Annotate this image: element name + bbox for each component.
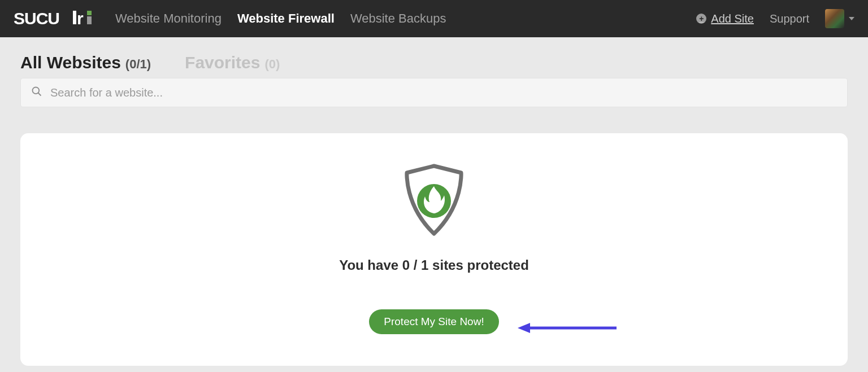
svg-text:SUCU: SUCU — [14, 9, 59, 28]
top-nav: SUCU r Website Monitoring Website Firewa… — [0, 0, 868, 37]
tab-all-label: All Websites — [20, 53, 121, 72]
support-link[interactable]: Support — [770, 12, 809, 25]
svg-rect-3 — [87, 11, 92, 15]
svg-line-6 — [38, 93, 41, 96]
tab-fav-label: Favorites — [185, 53, 260, 72]
tab-favorites[interactable]: Favorites (0) — [185, 53, 280, 72]
svg-rect-4 — [87, 16, 92, 24]
sucuri-logo[interactable]: SUCU r — [14, 7, 98, 30]
search-input[interactable] — [50, 86, 837, 99]
search-bar[interactable] — [20, 78, 848, 107]
svg-point-5 — [33, 87, 40, 94]
add-site-link[interactable]: + Add Site — [696, 12, 754, 25]
annotation-arrow-icon — [518, 320, 619, 339]
svg-text:r: r — [77, 9, 84, 28]
nav-monitoring[interactable]: Website Monitoring — [115, 11, 222, 26]
plus-icon: + — [696, 14, 706, 24]
status-card: You have 0 / 1 sites protected Protect M… — [20, 133, 848, 366]
protect-site-button[interactable]: Protect My Site Now! — [369, 309, 498, 334]
tab-all-count: (0/1) — [125, 57, 151, 72]
svg-rect-1 — [73, 11, 76, 24]
tabs: All Websites (0/1) Favorites (0) — [20, 53, 848, 72]
nav-links: Website Monitoring Website Firewall Webs… — [115, 11, 446, 26]
avatar — [825, 9, 844, 28]
nav-firewall[interactable]: Website Firewall — [237, 11, 335, 26]
shield-flame-icon — [394, 161, 474, 243]
caret-down-icon — [849, 17, 854, 20]
nav-backups[interactable]: Website Backups — [350, 11, 446, 26]
tab-fav-count: (0) — [264, 57, 280, 72]
search-icon — [31, 86, 42, 99]
tab-all-websites[interactable]: All Websites (0/1) — [20, 53, 151, 72]
nav-right: + Add Site Support — [696, 9, 854, 28]
protection-status: You have 0 / 1 sites protected — [339, 257, 529, 273]
svg-marker-9 — [518, 323, 530, 333]
user-menu[interactable] — [825, 9, 854, 28]
main-container: All Websites (0/1) Favorites (0) You hav… — [0, 37, 868, 372]
add-site-label: Add Site — [711, 12, 754, 25]
